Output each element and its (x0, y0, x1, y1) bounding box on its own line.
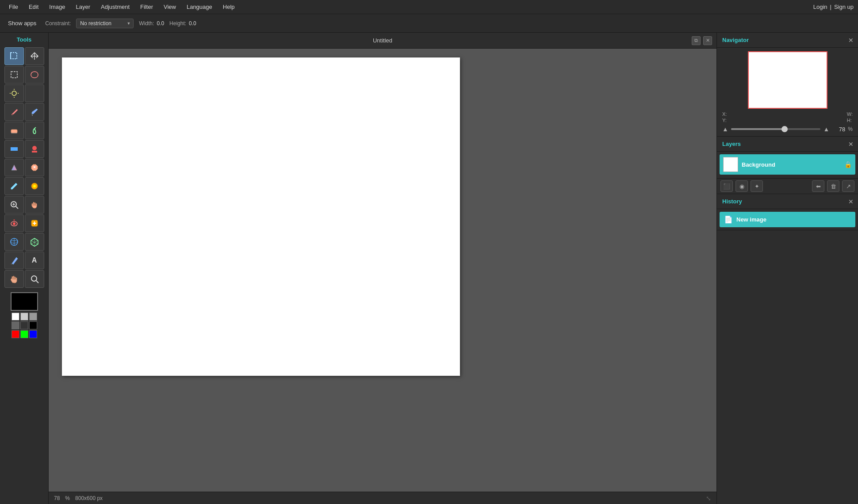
zoom-out-icon[interactable]: ▲ (722, 126, 728, 133)
layers-panel-header: Layers ✕ (717, 137, 858, 152)
zoom-btn[interactable] (4, 196, 24, 214)
stamp-btn[interactable] (25, 140, 44, 158)
3d-btn[interactable] (4, 233, 24, 251)
layer-group-btn[interactable]: ⬛ (720, 180, 733, 192)
lasso-btn[interactable] (25, 66, 44, 84)
menu-layer[interactable]: Layer (72, 2, 95, 12)
navigator-info: X: Y: W: H: (720, 111, 854, 123)
brush-btn[interactable] (25, 103, 44, 121)
canvas-viewport[interactable] (49, 49, 716, 492)
layers-close-button[interactable]: ✕ (848, 141, 854, 148)
layers-content: Background 🔒 (717, 152, 858, 178)
height-label: Height: (169, 20, 186, 27)
menu-edit[interactable]: Edit (24, 2, 43, 12)
constraint-select[interactable]: No restriction Fixed aspect ratio Fixed … (76, 19, 134, 28)
zoom-slider-thumb[interactable] (781, 126, 788, 132)
pen-btn[interactable] (4, 252, 24, 269)
history-title: History (722, 198, 742, 205)
layer-row-background[interactable]: Background 🔒 (720, 154, 855, 175)
swatch-vdgray[interactable] (20, 321, 28, 329)
gradient-btn[interactable] (4, 159, 24, 176)
fill-btn[interactable] (25, 159, 44, 176)
right-panels: Navigator ✕ X: Y: W: H: ▲ (716, 33, 858, 504)
swatch-blue[interactable] (29, 330, 37, 338)
foreground-color-swatch[interactable] (11, 292, 38, 311)
wand-btn[interactable] (4, 84, 24, 102)
layers-toolbar: ⬛ ◉ ✦ ⬅ 🗑 ↗ (717, 178, 858, 194)
navigator-zoom-row: ▲ ▲ 78 % (720, 126, 854, 133)
swatch-red[interactable] (11, 330, 19, 338)
close-button[interactable]: ✕ (703, 36, 712, 45)
layer-add-btn[interactable]: ↗ (842, 180, 854, 192)
rect-shape-btn[interactable] (4, 140, 24, 158)
layer-fx-btn[interactable]: ✦ (751, 180, 763, 192)
menu-file[interactable]: File (4, 2, 23, 12)
swatch-lgray[interactable] (20, 313, 28, 321)
status-zoom: 78 (54, 495, 60, 501)
swatch-white[interactable] (11, 313, 19, 321)
history-panel-header: History ✕ (717, 194, 858, 209)
canvas-drawing-area[interactable] (62, 57, 460, 376)
status-zoom-pct: % (65, 495, 70, 501)
swatch-green[interactable] (20, 330, 28, 338)
menu-adjustment[interactable]: Adjustment (96, 2, 134, 12)
login-link[interactable]: Login (813, 4, 827, 10)
eraser-btn[interactable] (4, 122, 24, 139)
3d2-btn[interactable] (25, 233, 44, 251)
menu-language[interactable]: Language (182, 2, 217, 12)
nav-h-label: H: (847, 118, 853, 123)
svg-line-29 (36, 281, 38, 283)
selection-tool-btn[interactable] (4, 47, 24, 65)
show-apps-button[interactable]: Show apps (4, 18, 40, 28)
signup-link[interactable]: Sign up (834, 4, 854, 10)
canvas-titlebar: Untitled ⧉ ✕ (49, 33, 716, 49)
hand-btn[interactable] (4, 270, 24, 288)
tools-header: Tools (17, 36, 32, 43)
dropper2-btn[interactable] (25, 177, 44, 195)
eye-btn[interactable] (4, 214, 24, 232)
canvas-area: Untitled ⧉ ✕ 78 % 800x600 px ⤡ (49, 33, 716, 504)
menu-help[interactable]: Help (218, 2, 239, 12)
swatch-black[interactable] (29, 321, 37, 329)
grab-btn[interactable] (25, 196, 44, 214)
text-btn[interactable]: A (25, 252, 44, 269)
svg-point-22 (13, 222, 15, 225)
pencil-btn[interactable] (4, 103, 24, 121)
color-swatch-area (11, 292, 38, 338)
menu-image[interactable]: Image (45, 2, 69, 12)
history-panel: History ✕ 📄 New image (717, 194, 858, 230)
heal-btn[interactable] (25, 214, 44, 232)
layer-delete-btn[interactable]: 🗑 (827, 180, 839, 192)
zoom-slider[interactable] (731, 128, 821, 130)
layer-mask-btn[interactable]: ◉ (735, 180, 748, 192)
navigator-zoom-value: 78 (832, 126, 845, 133)
width-value: 0.0 (157, 20, 164, 27)
menu-filter[interactable]: Filter (136, 2, 157, 12)
navigator-close-button[interactable]: ✕ (848, 37, 854, 44)
smudge-btn[interactable] (25, 122, 44, 139)
tools-panel: Tools (0, 33, 49, 504)
svg-point-28 (31, 276, 37, 281)
history-close-button[interactable]: ✕ (848, 198, 854, 205)
resize-handle[interactable]: ⤡ (706, 495, 711, 502)
dropper-btn[interactable] (4, 177, 24, 195)
swatch-dgray[interactable] (11, 321, 19, 329)
toolbar: Show apps Constraint: No restriction Fix… (0, 14, 858, 33)
color-swatch-grid (11, 313, 37, 338)
history-row-new-image[interactable]: 📄 New image (720, 212, 855, 227)
maximize-button[interactable]: ⧉ (692, 36, 701, 45)
svg-line-8 (11, 115, 12, 115)
nav-y-label: Y: (722, 118, 727, 123)
history-item-name: New image (736, 216, 766, 223)
layer-duplicate-btn[interactable]: ⬅ (812, 180, 824, 192)
swatch-mgray[interactable] (29, 313, 37, 321)
menu-view[interactable]: View (159, 2, 180, 12)
canvas-window-buttons: ⧉ ✕ (692, 36, 712, 45)
layer-thumbnail (723, 157, 738, 172)
zoom-in-icon[interactable]: ▲ (823, 126, 829, 133)
rect-select-btn[interactable] (4, 66, 24, 84)
move-tool-btn[interactable] (25, 47, 44, 65)
magnify-btn[interactable] (25, 270, 44, 288)
tools-grid: A (2, 47, 47, 288)
history-item-icon: 📄 (724, 215, 733, 224)
